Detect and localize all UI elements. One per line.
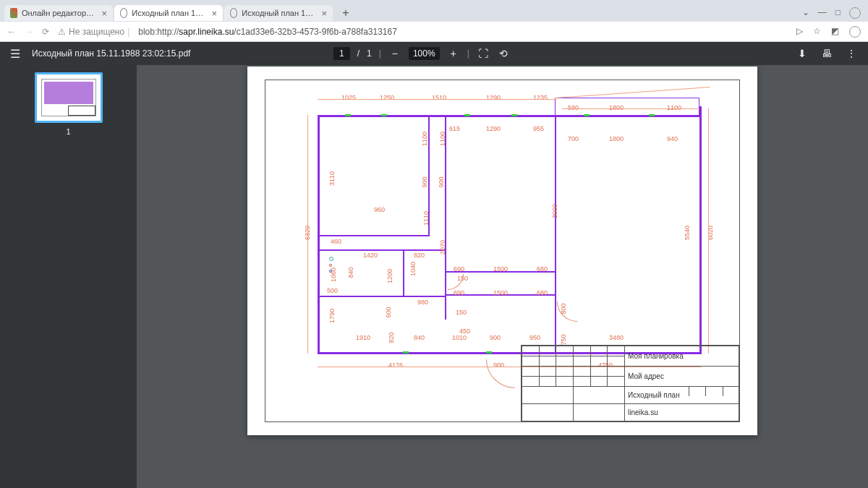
dim: 1100 — [667, 104, 681, 111]
dim: 940 — [667, 135, 678, 142]
bookmark-icon[interactable]: ☆ — [813, 26, 821, 38]
send-icon[interactable]: ▷ — [796, 26, 803, 38]
zoom-in-button[interactable]: + — [447, 48, 460, 59]
dim: 1500 — [493, 289, 508, 296]
back-icon[interactable]: ← — [7, 27, 16, 37]
chevron-down-icon[interactable]: ⌄ — [802, 7, 809, 19]
download-icon[interactable]: ⬇ — [796, 48, 809, 59]
fit-page-icon[interactable]: ⛶ — [477, 48, 490, 59]
drawing-frame: 1025 1250 1510 1290 1235 580 1800 1100 6… — [265, 80, 740, 422]
close-icon[interactable]: × — [211, 8, 217, 19]
dim: 1290 — [486, 94, 501, 101]
new-tab-button[interactable]: + — [339, 6, 353, 20]
dim: 1100 — [421, 132, 428, 146]
tb-site: lineika.su — [625, 404, 739, 421]
dim: 580 — [568, 104, 579, 111]
close-icon[interactable]: × — [321, 8, 327, 19]
tb-address: Мой адрес — [625, 367, 739, 387]
dim: 3110 — [328, 171, 336, 186]
dim: 690 — [454, 265, 464, 273]
page-total: 1 — [367, 48, 372, 59]
dim: 820 — [414, 252, 425, 259]
warning-icon: ⚠ — [58, 27, 66, 37]
pdf-page[interactable]: 1025 1250 1510 1290 1235 580 1800 1100 6… — [247, 67, 757, 435]
tab-pdf-2[interactable]: Исходный план 15.11.1988 ... × — [224, 5, 333, 21]
dim: 950 — [529, 334, 540, 341]
dim: 150 — [457, 275, 468, 282]
dim: 1250 — [380, 94, 394, 101]
tab-label: Исходный план 15.11.1988 ... — [132, 9, 205, 17]
dim: 1010 — [452, 334, 467, 341]
thumbnail-number: 1 — [66, 127, 70, 136]
dim: 900 — [490, 334, 501, 341]
dim: 1510 — [432, 94, 446, 101]
page-thumbnail[interactable] — [35, 72, 103, 123]
dim: 1420 — [363, 252, 378, 259]
more-icon[interactable]: ⋮ — [845, 48, 858, 59]
dim: 615 — [449, 125, 460, 132]
dim: 840 — [347, 267, 354, 278]
dim: 680 — [537, 265, 548, 273]
pdf-toolbar: ☰ Исходный план 15.11.1988 23:02:15.pdf … — [0, 42, 868, 65]
dim: 1110 — [422, 211, 430, 226]
dim: 150 — [456, 309, 467, 316]
floor-plan: 1025 1250 1510 1290 1235 580 1800 1100 6… — [287, 85, 732, 349]
dim: 1790 — [328, 309, 336, 323]
tab-strip: Онлайн редактор планиро... × Исходный пл… — [0, 4, 868, 22]
globe-icon — [120, 8, 127, 18]
dim: 1025 — [341, 94, 356, 101]
dim: 680 — [537, 289, 548, 296]
tab-editor[interactable]: Онлайн редактор планиро... × — [4, 5, 113, 21]
window-controls: ⌄ — □ — [802, 7, 868, 19]
dim: 690 — [454, 289, 464, 296]
menu-icon[interactable]: ☰ — [10, 47, 20, 61]
dim: 900 — [421, 176, 428, 187]
print-icon[interactable]: 🖶 — [820, 48, 833, 59]
dim: 960 — [374, 206, 385, 213]
globe-icon — [230, 8, 237, 18]
page-input[interactable]: 1 — [333, 47, 350, 60]
dim: 980 — [417, 299, 428, 306]
dim: 840 — [414, 334, 425, 341]
extension-icon[interactable]: ◩ — [831, 26, 839, 38]
dim: 700 — [568, 135, 579, 142]
dim: 820 — [388, 332, 395, 343]
dim: 600 — [385, 307, 392, 317]
address-bar: ← → ⟳ ⚠ Не защищено | blob:http://sapr.l… — [0, 22, 868, 42]
dim: 1235 — [533, 94, 548, 101]
tab-label: Онлайн редактор планиро... — [22, 9, 95, 17]
dim: 2070 — [439, 240, 446, 254]
url-field[interactable]: blob:http://sapr.lineika.su/c1ad33e6-32b… — [138, 27, 397, 37]
dim: 1910 — [356, 334, 370, 341]
dim: 1290 — [486, 125, 501, 132]
thumbnail-sidebar: 1 — [0, 65, 137, 488]
dim: 800 — [560, 303, 567, 314]
title-block: Моя планировка Мой адрес Исходный план l… — [521, 345, 739, 421]
dim: 1200 — [386, 269, 393, 283]
dim: 900 — [493, 361, 504, 369]
dim: 3990 — [551, 204, 558, 218]
minimize-icon[interactable]: — — [818, 7, 827, 19]
dim: 750 — [560, 334, 567, 345]
zoom-out-button[interactable]: − — [388, 48, 401, 59]
forward-icon[interactable]: → — [25, 27, 33, 37]
security-indicator[interactable]: ⚠ Не защищено | — [58, 27, 129, 37]
dim: 955 — [533, 125, 544, 132]
pdf-viewer: 1 — [0, 65, 868, 488]
dim: 1060 — [330, 267, 337, 282]
dim: 4176 — [388, 361, 403, 369]
profile-icon[interactable] — [849, 26, 861, 38]
dim: 1100 — [439, 132, 446, 146]
dim: 3480 — [609, 334, 624, 341]
maximize-icon[interactable]: □ — [835, 7, 841, 19]
tab-pdf-active[interactable]: Исходный план 15.11.1988 ... × — [114, 5, 223, 21]
tb-project: Моя планировка — [625, 346, 739, 367]
security-text: Не защищено — [69, 27, 124, 37]
close-icon[interactable]: × — [101, 8, 107, 19]
profile-icon[interactable] — [849, 7, 861, 19]
dim: 460 — [331, 238, 341, 245]
favicon-icon — [10, 8, 17, 18]
dim: 500 — [327, 287, 338, 294]
rotate-icon[interactable]: ⟲ — [497, 48, 510, 59]
reload-icon[interactable]: ⟳ — [42, 27, 49, 37]
